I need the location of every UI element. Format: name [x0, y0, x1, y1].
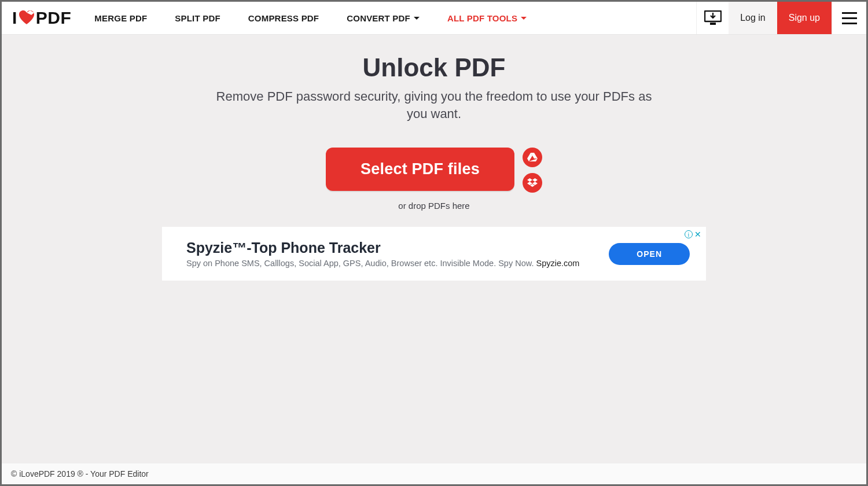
chevron-down-icon — [414, 17, 420, 20]
dropbox-button[interactable] — [523, 173, 542, 193]
google-drive-button[interactable] — [523, 148, 542, 167]
ad-close-icon[interactable]: ✕ — [694, 230, 701, 238]
page-subtitle: Remove PDF password security, giving you… — [214, 88, 654, 122]
footer: © iLovePDF 2019 ® - Your PDF Editor — [2, 463, 866, 484]
footer-text: © iLovePDF 2019 ® - Your PDF Editor — [11, 469, 149, 478]
nav-convert[interactable]: CONVERT PDF — [347, 13, 420, 23]
ad-open-button[interactable]: OPEN — [609, 243, 690, 265]
dropbox-icon — [527, 178, 538, 187]
nav-all-tools-label: ALL PDF TOOLS — [447, 13, 517, 23]
topbar-right: Log in Sign up — [696, 2, 866, 34]
ad-text: Spyzie™-Top Phone Tracker Spy on Phone S… — [186, 240, 609, 268]
hamburger-icon — [842, 12, 857, 24]
desktop-app-button[interactable] — [696, 2, 729, 34]
nav-merge[interactable]: MERGE PDF — [94, 13, 147, 23]
select-files-button[interactable]: Select PDF files — [326, 148, 514, 191]
top-navbar: I PDF MERGE PDF SPLIT PDF COMPRESS PDF C… — [2, 2, 866, 35]
nav-convert-label: CONVERT PDF — [347, 13, 410, 23]
file-picker-row: Select PDF files — [2, 148, 866, 193]
heart-icon — [19, 9, 35, 29]
svg-rect-1 — [710, 23, 716, 25]
cloud-buttons — [523, 148, 542, 193]
ad-description: Spy on Phone SMS, Calllogs, Social App, … — [186, 259, 609, 268]
nav-all-tools[interactable]: ALL PDF TOOLS — [447, 13, 527, 23]
chevron-down-icon — [521, 17, 527, 20]
google-drive-icon — [527, 153, 538, 162]
page-title: Unlock PDF — [25, 53, 843, 82]
ad-banner[interactable]: Spyzie™-Top Phone Tracker Spy on Phone S… — [162, 227, 706, 281]
nav-compress[interactable]: COMPRESS PDF — [248, 13, 319, 23]
brand-logo[interactable]: I PDF — [12, 8, 71, 28]
login-button[interactable]: Log in — [729, 2, 777, 34]
logo-suffix: PDF — [36, 8, 72, 28]
nav-links: MERGE PDF SPLIT PDF COMPRESS PDF CONVERT… — [94, 13, 527, 23]
nav-split[interactable]: SPLIT PDF — [175, 13, 220, 23]
hero: Unlock PDF Remove PDF password security,… — [2, 53, 866, 122]
desktop-download-icon — [704, 10, 722, 25]
logo-prefix: I — [12, 8, 17, 28]
ad-info-icon[interactable]: i — [685, 230, 693, 238]
ad-choices: i ✕ — [685, 230, 701, 238]
signup-button[interactable]: Sign up — [777, 2, 832, 34]
drop-hint: or drop PDFs here — [2, 201, 866, 211]
menu-button[interactable] — [832, 2, 866, 34]
ad-title: Spyzie™-Top Phone Tracker — [186, 240, 609, 256]
